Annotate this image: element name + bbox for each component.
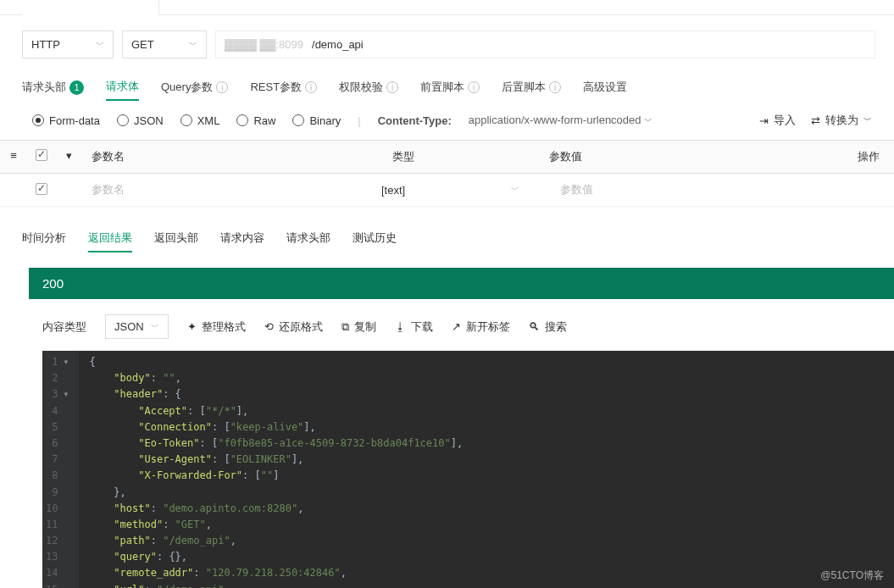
response-body: 1▾2 3▾4 5 6 7 8 9 10 11 12 13 14 15 16 {… (42, 351, 894, 588)
wand-icon: ✦ (187, 320, 197, 333)
copy-icon: ⧉ (341, 320, 349, 334)
info-icon: i (386, 81, 398, 93)
search-icon: 🔍︎ (529, 320, 540, 333)
result-tabs: 时间分析 返回结果 返回头部 请求内容 请求头部 测试历史 (0, 207, 894, 252)
tab-body[interactable]: 请求体 (106, 74, 139, 101)
tab-req-body[interactable]: 请求内容 (220, 225, 264, 252)
tab-advanced[interactable]: 高级设置 (583, 75, 627, 100)
col-type: 类型 (386, 141, 542, 173)
tab-auth[interactable]: 权限校验i (339, 75, 398, 100)
url-path: /demo_api (312, 38, 364, 51)
param-type-select[interactable]: [text]﹀ (375, 175, 553, 205)
status-code-bar: 200 (29, 268, 894, 299)
info-icon: i (468, 81, 480, 93)
editor-tab[interactable] (22, 0, 159, 14)
protocol-value: HTTP (31, 38, 60, 51)
request-tabs: 请求头部 1 请求体 Query参数i REST参数i 权限校验i 前置脚本i … (0, 74, 894, 101)
tab-query[interactable]: Query参数i (161, 75, 228, 100)
radio-icon (32, 114, 44, 126)
divider: | (358, 114, 360, 127)
chevron-down-icon: ﹀ (863, 114, 872, 126)
line-gutter: 1▾2 3▾4 5 6 7 8 9 10 11 12 13 14 15 16 (42, 351, 79, 588)
download-button[interactable]: ⭳下载 (395, 319, 433, 335)
url-host: ▓▓▓▓ ▓▓:8099 (225, 38, 303, 51)
radio-icon (180, 114, 192, 126)
more-col[interactable]: ▾ (56, 141, 81, 173)
params-table-row: 参数名 [text]﹀ 参数值 (0, 174, 894, 207)
tab-postscript[interactable]: 后置脚本i (502, 75, 561, 100)
radio-xml[interactable]: XML (180, 114, 220, 127)
col-value: 参数值 (542, 141, 843, 173)
info-icon: i (216, 81, 228, 93)
row-check[interactable] (27, 175, 56, 206)
radio-icon (292, 114, 304, 126)
search-button[interactable]: 🔍︎搜索 (529, 319, 567, 335)
chevron-down-icon: ﹀ (151, 321, 159, 333)
url-input[interactable]: ▓▓▓▓ ▓▓:8099/demo_api (215, 31, 875, 58)
drag-handle-col: ≡ (0, 141, 27, 173)
chevron-down-icon: ﹀ (96, 39, 104, 51)
col-op: 操作 (843, 141, 894, 173)
convert-icon: ⇄ (811, 114, 820, 127)
newtab-button[interactable]: ↗新开标签 (452, 319, 510, 335)
download-icon: ⭳ (395, 320, 406, 333)
radio-icon (236, 114, 248, 126)
chevron-down-icon: ﹀ (189, 39, 197, 51)
export-button[interactable]: ⇄转换为 ﹀ (811, 113, 872, 128)
col-name: 参数名 (81, 141, 386, 173)
copy-button[interactable]: ⧉复制 (341, 319, 376, 335)
method-value: GET (131, 38, 154, 51)
method-select[interactable]: GET ﹀ (122, 31, 207, 58)
info-icon: i (549, 81, 561, 93)
tab-history[interactable]: 测试历史 (353, 225, 397, 252)
request-line: HTTP ﹀ GET ﹀ ▓▓▓▓ ▓▓:8099/demo_api (0, 15, 894, 74)
param-name-input[interactable]: 参数名 (81, 174, 375, 206)
json-code[interactable]: { "body": "", "header": { "Accept": ["*/… (79, 351, 473, 588)
headers-count-badge: 1 (69, 80, 84, 95)
protocol-select[interactable]: HTTP ﹀ (22, 31, 114, 58)
import-icon: ⇥ (759, 114, 769, 127)
tab-timing[interactable]: 时间分析 (22, 225, 66, 252)
watermark: @51CTO博客 (820, 569, 884, 583)
content-type-label: 内容类型 (42, 319, 86, 335)
radio-binary[interactable]: Binary (292, 114, 341, 127)
radio-raw[interactable]: Raw (236, 114, 275, 127)
external-icon: ↗ (452, 320, 461, 333)
format-button[interactable]: ✦整理格式 (187, 319, 246, 335)
restore-button[interactable]: ⟲还原格式 (264, 319, 323, 335)
tab-prescript[interactable]: 前置脚本i (420, 75, 480, 100)
content-type-label: Content-Type: (378, 114, 452, 127)
chevron-down-icon: ﹀ (511, 184, 519, 196)
check-all[interactable] (27, 141, 56, 173)
content-type-select[interactable]: JSON﹀ (105, 314, 169, 339)
tab-rest[interactable]: REST参数i (250, 75, 317, 100)
info-icon: i (305, 81, 317, 93)
response-toolbar: 内容类型 JSON﹀ ✦整理格式 ⟲还原格式 ⧉复制 ⭳下载 ↗新开标签 🔍︎搜… (0, 299, 894, 351)
tab-req-headers[interactable]: 请求头部 (286, 225, 330, 252)
restore-icon: ⟲ (264, 320, 274, 333)
radio-formdata[interactable]: Form-data (32, 114, 100, 127)
chevron-down-icon: ﹀ (644, 116, 652, 125)
radio-json[interactable]: JSON (117, 114, 164, 127)
radio-icon (117, 114, 129, 126)
params-table-head: ≡ ▾ 参数名 类型 参数值 操作 (0, 140, 894, 174)
tab-headers[interactable]: 请求头部 1 (22, 75, 84, 100)
param-value-input[interactable]: 参数值 (553, 174, 843, 206)
body-type-row: Form-data JSON XML Raw Binary | Content-… (0, 101, 894, 140)
tab-resp-headers[interactable]: 返回头部 (154, 225, 198, 252)
import-button[interactable]: ⇥导入 (759, 113, 796, 128)
content-type-value[interactable]: application/x-www-form-urlencoded ﹀ (469, 114, 652, 127)
tab-result[interactable]: 返回结果 (88, 225, 132, 252)
